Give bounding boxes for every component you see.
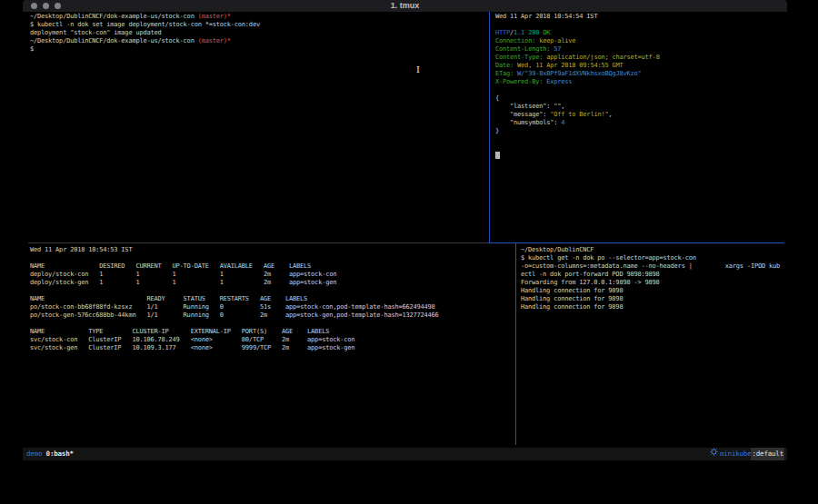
- terminal-line: $ kubectl get -n dok po --selector=app=s…: [521, 254, 784, 262]
- terminal-line: [495, 21, 784, 29]
- terminal-line: NAME DESIRED CURRENT UP-TO-DATE AVAILABL…: [30, 262, 512, 271]
- terminal-line: [30, 320, 512, 328]
- tmux-status-bar: demo 0:bash* minikub: [23, 448, 787, 460]
- terminal-line: "message": "Off to Berlin!",: [495, 111, 784, 119]
- terminal-line: -o=custom-columns=:metadata.name --no-he…: [521, 262, 784, 271]
- terminal-line: [495, 143, 784, 152]
- terminal-line: Handling connection for 9898: [521, 295, 784, 303]
- status-left: demo 0:bash*: [26, 448, 74, 460]
- terminal-line: Handling connection for 9898: [521, 303, 784, 311]
- terminal-line: NAME TYPE CLUSTER-IP EXTERNAL-IP PORT(S)…: [30, 328, 512, 336]
- terminal-line: Forwarding from 127.0.0.1:9898 -> 9898: [521, 279, 784, 287]
- terminal-line: Wed 11 Apr 2018 10:54:53 IST: [30, 246, 512, 254]
- terminal-line: ~/Desktop/DublinCNCF/dok-example-us/stoc…: [30, 13, 484, 21]
- terminal-line: Connection: keep-alive: [495, 37, 784, 45]
- terminal-line: po/stock-gen-576cc688bb-44kmn 1/1 Runnin…: [30, 311, 512, 320]
- terminal-line: ectl -n dok port-forward POD 9898:9898: [521, 271, 784, 279]
- terminal-line: $ kubectl -n dok set image deployment/st…: [30, 21, 484, 29]
- pane-divider-horizontal-right[interactable]: [489, 242, 784, 243]
- kube-context: minikube: [720, 448, 752, 460]
- terminal-line: svc/stock-gen ClusterIP 10.109.3.177 <no…: [30, 344, 512, 352]
- window-title: 1. tmux: [23, 1, 787, 10]
- terminal-line: po/stock-con-bb68f88fd-kzsxz 1/1 Running…: [30, 303, 512, 311]
- terminal-line: Handling connection for 9898: [521, 287, 784, 295]
- terminal-line: "numsymbols": 4: [495, 119, 784, 127]
- terminal-line: ETag: W/"39-0xBPf9aF1dXVNkhsxoBQgJ8vKzo": [495, 70, 784, 78]
- pane-divider-horizontal-left[interactable]: [28, 242, 489, 243]
- mouse-ibeam-cursor: I: [416, 64, 420, 74]
- terminal-line: "lastseen": "",: [495, 103, 784, 111]
- terminal-line: svc/stock-con ClusterIP 10.106.78.249 <n…: [30, 336, 512, 344]
- session-name: demo: [26, 450, 42, 458]
- terminal-line: [30, 287, 512, 295]
- terminal-line: ~/Desktop/DublinCNCF: [521, 246, 784, 254]
- pane-top-right[interactable]: Wed 11 Apr 2018 10:54:54 ISTHTTP/1.1 200…: [495, 13, 784, 160]
- terminal-line: }: [495, 127, 784, 135]
- pane-bottom-right[interactable]: ~/Desktop/DublinCNCF$ kubectl get -n dok…: [521, 246, 784, 311]
- pane-divider-vertical-top[interactable]: [489, 12, 490, 242]
- terminal-line: deploy/stock-gen 1 1 1 1 2m app=stock-ge…: [30, 279, 512, 287]
- terminal-line: X-Powered-By: Express: [495, 78, 784, 86]
- terminal-line: [495, 86, 784, 94]
- status-right: minikube:default: [710, 448, 784, 460]
- pane-divider-vertical-bottom[interactable]: [515, 243, 516, 445]
- window-titlebar: 1. tmux: [23, 0, 787, 12]
- terminal-line: ~/Desktop/DublinCNCF/dok-example-us/stoc…: [30, 37, 484, 45]
- terminal-line: {: [495, 94, 784, 103]
- pane-top-left[interactable]: ~/Desktop/DublinCNCF/dok-example-us/stoc…: [30, 13, 484, 54]
- pane-bottom-left[interactable]: Wed 11 Apr 2018 10:54:53 ISTNAME DESIRED…: [30, 246, 512, 352]
- terminal-line: HTTP/1.1 200 OK: [495, 29, 784, 37]
- window-tab-bash[interactable]: 0:bash*: [46, 450, 74, 458]
- terminal-line: Content-Type: application/json; charset=…: [495, 54, 784, 62]
- kubernetes-helm-icon: [710, 448, 718, 460]
- terminal-line: [495, 135, 784, 143]
- terminal-line: Content-Length: 57: [495, 45, 784, 54]
- terminal-line: [495, 152, 784, 160]
- terminal-line: Date: Wed, 11 Apr 2018 09:54:55 GMT: [495, 62, 784, 70]
- terminal-line: NAME READY STATUS RESTARTS AGE LABELS: [30, 295, 512, 303]
- terminal-line: Wed 11 Apr 2018 10:54:54 IST: [495, 13, 784, 21]
- kube-namespace: :default: [751, 448, 784, 460]
- terminal-line: [30, 254, 512, 262]
- terminal-line: $: [30, 45, 484, 54]
- terminal-line: deployment "stock-con" image updated: [30, 29, 484, 37]
- terminal-screen: 1. tmux ~/Desktop/DublinCNCF/dok-example…: [0, 0, 818, 504]
- terminal-line: deploy/stock-con 1 1 1 1 2m app=stock-co…: [30, 271, 512, 279]
